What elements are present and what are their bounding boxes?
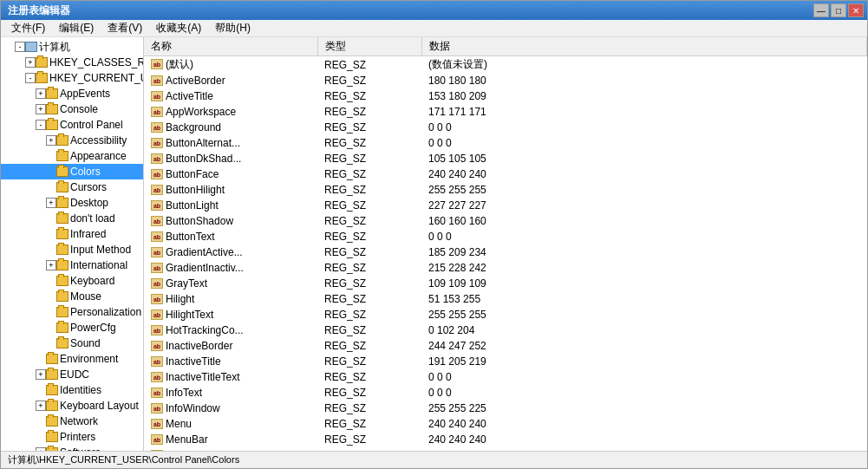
table-row[interactable]: abMenuREG_SZ240 240 240 — [144, 416, 867, 432]
tree-toggle-HKCU[interactable]: - — [25, 73, 36, 83]
minimize-button[interactable]: — — [813, 3, 829, 17]
cell-data: 180 180 180 — [421, 73, 867, 88]
tree-item-International[interactable]: + International — [1, 257, 143, 273]
tree-toggle-ControlPanel[interactable]: - — [36, 120, 46, 130]
table-row[interactable]: abButtonFaceREG_SZ240 240 240 — [144, 166, 867, 182]
cell-name: abInactiveTitleText — [144, 369, 317, 385]
menu-help[interactable]: 帮助(H) — [208, 19, 258, 37]
table-row[interactable]: abActiveTitleREG_SZ153 180 209 — [144, 88, 867, 104]
table-row[interactable]: abBackgroundREG_SZ0 0 0 — [144, 120, 867, 135]
tree-toggle-computer[interactable]: - — [15, 42, 25, 52]
folder-icon-Appearance — [56, 151, 69, 161]
tree-item-KeyboardLayout[interactable]: + Keyboard Layout — [1, 398, 143, 414]
tree-toggle-Accessibility[interactable]: + — [46, 135, 56, 146]
cell-data: 0 0 0 — [421, 229, 867, 244]
tree-toggle-International[interactable]: + — [46, 260, 56, 270]
cell-name: abBackground — [144, 120, 317, 135]
tree-item-dontload[interactable]: don't load — [1, 211, 143, 226]
cell-type: REG_SZ — [317, 369, 421, 385]
menu-bar: 文件(F) 编辑(E) 查看(V) 收藏夹(A) 帮助(H) — [1, 20, 867, 37]
table-row[interactable]: abButtonAlternat...REG_SZ0 0 0 — [144, 135, 867, 151]
cell-data: 0 0 0 — [421, 385, 867, 401]
tree-label-HKCU: HKEY_CURRENT_USER — [49, 72, 144, 84]
folder-icon-Accessibility — [56, 135, 69, 146]
table-row[interactable]: abMenuBarREG_SZ240 240 240 — [144, 432, 867, 447]
cell-data: 0 0 0 — [421, 369, 867, 385]
tree-toggle-KeyboardLayout[interactable]: + — [36, 401, 46, 411]
table-row[interactable]: ab(默认)REG_SZ(数值未设置) — [144, 56, 867, 74]
tree-item-Keyboard[interactable]: Keyboard — [1, 273, 143, 289]
tree-item-Sound[interactable]: Sound — [1, 335, 143, 351]
table-row[interactable]: abButtonHilightREG_SZ255 255 255 — [144, 182, 867, 198]
col-header-data: 数据 — [421, 37, 867, 56]
tree-label-Identities: Identities — [60, 384, 101, 396]
table-row[interactable]: abInactiveBorderREG_SZ244 247 252 — [144, 338, 867, 354]
tree-item-Printers[interactable]: Printers — [1, 429, 143, 445]
tree-item-Accessibility[interactable]: + Accessibility — [1, 133, 143, 148]
tree-item-Network[interactable]: Network — [1, 414, 143, 429]
menu-favorites[interactable]: 收藏夹(A) — [149, 19, 208, 37]
table-row[interactable]: abGradientActive...REG_SZ185 209 234 — [144, 244, 867, 260]
tree-item-Software[interactable]: + Software — [1, 445, 143, 451]
menu-view[interactable]: 查看(V) — [101, 19, 149, 37]
tree-item-Appearance[interactable]: Appearance — [1, 148, 143, 164]
table-row[interactable]: abHotTrackingCo...REG_SZ0 102 204 — [144, 322, 867, 338]
tree-toggle-AppEvents[interactable]: + — [36, 88, 46, 99]
table-row[interactable]: abAppWorkspaceREG_SZ171 171 171 — [144, 104, 867, 120]
tree-item-EUDC[interactable]: + EUDC — [1, 367, 143, 382]
tree-item-Identities[interactable]: Identities — [1, 382, 143, 398]
status-path: 计算机\HKEY_CURRENT_USER\Control Panel\Colo… — [8, 453, 239, 466]
menu-file[interactable]: 文件(F) — [4, 19, 52, 37]
table-row[interactable]: abButtonLightREG_SZ227 227 227 — [144, 198, 867, 213]
table-row[interactable]: abButtonTextREG_SZ0 0 0 — [144, 229, 867, 244]
menu-edit[interactable]: 编辑(E) — [52, 19, 101, 37]
table-row[interactable]: abInfoWindowREG_SZ255 255 225 — [144, 401, 867, 416]
table-row[interactable]: abActiveBorderREG_SZ180 180 180 — [144, 73, 867, 88]
tree-item-Console[interactable]: + Console — [1, 101, 143, 117]
tree-item-HKCR[interactable]: + HKEY_CLASSES_ROOT — [1, 55, 143, 70]
tree-item-Environment[interactable]: Environment — [1, 351, 143, 367]
table-row[interactable]: abHilightTextREG_SZ255 255 255 — [144, 307, 867, 322]
tree-toggle-EUDC[interactable]: + — [36, 369, 46, 380]
table-row[interactable]: abInfoTextREG_SZ0 0 0 — [144, 385, 867, 401]
tree-root-computer[interactable]: - 计算机 — [1, 39, 143, 55]
folder-icon-EUDC — [46, 369, 58, 380]
reg-value-name: HotTrackingCo... — [166, 324, 244, 336]
tree-item-HKCU[interactable]: - HKEY_CURRENT_USER — [1, 70, 143, 86]
tree-toggle-Desktop[interactable]: + — [46, 198, 56, 208]
restore-button[interactable]: □ — [831, 3, 846, 17]
tree-item-ControlPanel[interactable]: - Control Panel — [1, 117, 143, 133]
table-row[interactable]: abInactiveTitleREG_SZ191 205 219 — [144, 354, 867, 369]
table-row[interactable]: abInactiveTitleTextREG_SZ0 0 0 — [144, 369, 867, 385]
table-row[interactable]: abGradientInactiv...REG_SZ215 228 242 — [144, 260, 867, 276]
cell-data: 240 240 240 — [421, 416, 867, 432]
close-button[interactable]: ✕ — [848, 3, 864, 17]
tree-toggle-HKCR[interactable]: + — [25, 57, 36, 68]
tree-item-PowerCfg[interactable]: PowerCfg — [1, 320, 143, 335]
cell-data: 0 0 0 — [421, 135, 867, 151]
tree-item-InputMethod[interactable]: Input Method — [1, 242, 143, 257]
cell-type: REG_SZ — [317, 166, 421, 182]
tree-item-Colors[interactable]: Colors — [1, 164, 143, 179]
tree-item-Cursors[interactable]: Cursors — [1, 179, 143, 195]
tree-item-Personalization[interactable]: Personalization — [1, 304, 143, 320]
table-row[interactable]: abHilightREG_SZ51 153 255 — [144, 291, 867, 307]
tree-label-AppEvents: AppEvents — [60, 88, 110, 100]
table-row[interactable]: abGrayTextREG_SZ109 109 109 — [144, 276, 867, 291]
tree-toggle-Console[interactable]: + — [36, 104, 46, 114]
tree-item-Mouse[interactable]: Mouse — [1, 289, 143, 304]
folder-icon-InputMethod — [56, 244, 69, 255]
tree-label-Keyboard: Keyboard — [70, 275, 114, 287]
reg-value-icon: ab — [151, 294, 163, 304]
reg-value-icon: ab — [151, 231, 163, 242]
tree-item-AppEvents[interactable]: + AppEvents — [1, 86, 143, 101]
tree-item-Infrared[interactable]: Infrared — [1, 226, 143, 242]
folder-icon-Console — [46, 104, 58, 114]
tree-item-Desktop[interactable]: + Desktop — [1, 195, 143, 211]
table-row[interactable]: abButtonShadowREG_SZ160 160 160 — [144, 213, 867, 229]
cell-type: REG_SZ — [317, 120, 421, 135]
tree-panel[interactable]: - 计算机 + HKEY_CLASSES_ROOT - HKEY_CURRENT… — [1, 37, 144, 451]
cell-name: abButtonShadow — [144, 213, 317, 229]
table-row[interactable]: abButtonDkShad...REG_SZ105 105 105 — [144, 151, 867, 166]
folder-icon-Network — [46, 416, 58, 427]
